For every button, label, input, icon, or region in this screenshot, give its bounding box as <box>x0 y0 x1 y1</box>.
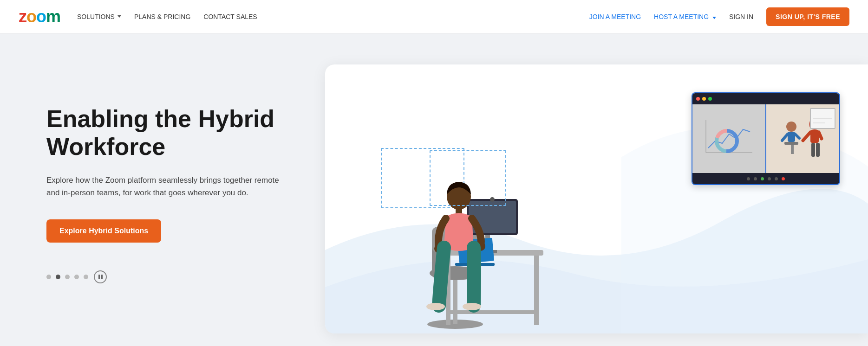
pause-icon <box>98 275 103 279</box>
chevron-down-icon <box>712 17 716 19</box>
window-close-dot <box>696 97 700 101</box>
logo-m: m <box>46 7 60 26</box>
toolbar-indicator-4 <box>775 177 778 180</box>
toolbar-indicator-1 <box>747 177 750 180</box>
video-titlebar <box>692 93 839 104</box>
slideshow-dots <box>46 270 288 283</box>
explore-hybrid-button[interactable]: Explore Hybrid Solutions <box>46 219 161 243</box>
toolbar-indicator-3 <box>768 177 771 180</box>
hero-left: Enabling the Hybrid Workforce Explore ho… <box>0 33 325 346</box>
chevron-down-icon <box>117 15 121 18</box>
video-panel-chart <box>692 104 765 173</box>
svg-rect-35 <box>816 143 820 157</box>
svg-rect-41 <box>791 145 794 154</box>
header: zoom SOLUTIONS PLANS & PRICING CONTACT S… <box>0 0 868 33</box>
sign-in-link[interactable]: SIGN IN <box>729 13 753 20</box>
nav-contact-sales[interactable]: CONTACT SALES <box>203 13 257 20</box>
toolbar-indicator-2 <box>754 177 757 180</box>
svg-rect-34 <box>811 143 815 157</box>
slide-dot-5[interactable] <box>84 275 88 279</box>
hero-section: Enabling the Hybrid Workforce Explore ho… <box>0 33 868 346</box>
whiteboard-drawing <box>811 109 835 128</box>
svg-point-21 <box>463 303 481 310</box>
chart-svg <box>701 115 757 162</box>
nav-solutions[interactable]: SOLUTIONS <box>77 13 121 20</box>
slide-dot-1[interactable] <box>46 275 51 279</box>
hero-right <box>325 33 868 346</box>
dotted-selection-box <box>430 150 506 206</box>
header-right: JOIN A MEETING HOST A MEETING SIGN IN SI… <box>589 7 849 26</box>
svg-line-39 <box>795 134 799 138</box>
video-bottom-toolbar <box>692 173 839 184</box>
main-nav: SOLUTIONS PLANS & PRICING CONTACT SALES <box>77 13 257 20</box>
video-conference-window <box>692 92 840 185</box>
window-maximize-dot <box>708 97 712 101</box>
toolbar-indicator-active <box>761 177 764 180</box>
join-meeting-link[interactable]: JOIN A MEETING <box>589 13 641 20</box>
svg-rect-8 <box>534 256 539 325</box>
illustration-card <box>325 64 868 333</box>
svg-point-20 <box>426 303 445 310</box>
logo-o1: o <box>26 7 36 26</box>
logo-o2: o <box>36 7 46 26</box>
video-panel-people <box>765 104 839 173</box>
host-meeting-link[interactable]: HOST A MEETING <box>654 13 716 20</box>
slide-dot-2[interactable] <box>56 275 60 279</box>
svg-point-36 <box>786 122 796 132</box>
nav-plans-pricing[interactable]: PLANS & PRICING <box>134 13 190 20</box>
header-left: zoom SOLUTIONS PLANS & PRICING CONTACT S… <box>19 7 257 26</box>
svg-line-33 <box>819 132 822 139</box>
pause-button[interactable] <box>94 270 107 283</box>
slide-dot-3[interactable] <box>65 275 70 279</box>
zoom-logo[interactable]: zoom <box>19 7 60 26</box>
person-at-desk-illustration <box>385 111 562 333</box>
hero-description: Explore how the Zoom platform seamlessly… <box>46 174 288 199</box>
slide-dot-4[interactable] <box>74 275 79 279</box>
svg-rect-1 <box>453 273 457 324</box>
svg-rect-9 <box>446 310 539 314</box>
svg-line-38 <box>782 134 788 141</box>
window-minimize-dot <box>702 97 706 101</box>
video-panels <box>692 104 839 173</box>
svg-line-32 <box>803 132 810 141</box>
whiteboard <box>810 108 835 129</box>
logo-z: z <box>19 7 26 26</box>
toolbar-indicator-end <box>782 177 785 180</box>
svg-rect-40 <box>784 142 798 145</box>
signup-button[interactable]: SIGN UP, IT'S FREE <box>766 7 849 26</box>
hero-title: Enabling the Hybrid Workforce <box>46 105 288 161</box>
